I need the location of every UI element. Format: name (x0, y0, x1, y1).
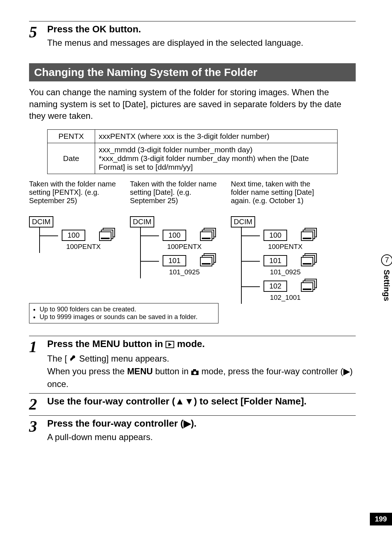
page-number: 199 (370, 513, 392, 525)
folder-row: 100 100PENTX (40, 227, 123, 253)
section-heading: Changing the Naming System of the Folder (29, 63, 356, 81)
step-3: 3 Press the four-way controller (▶). A p… (29, 418, 356, 443)
image-stack-icon (199, 227, 217, 243)
image-stack-icon (300, 227, 318, 243)
folder-row: 102 102_1001 (242, 278, 325, 304)
diagram-caption: Taken with the folder name setting [Date… (130, 180, 224, 213)
folder-name-label: 100PENTX (54, 243, 113, 251)
svg-rect-18 (301, 257, 313, 266)
svg-rect-15 (303, 238, 311, 239)
folder-name-label: 102_1001 (256, 294, 314, 302)
playback-mode-icon (166, 339, 174, 351)
table-cell-value: xxxPENTX (where xxx is the 3-digit folde… (95, 129, 338, 143)
svg-rect-11 (202, 263, 211, 265)
step-5-desc: The menus and messages are displayed in … (47, 37, 356, 49)
note-item: Up to 900 folders can be created. (40, 306, 215, 313)
dcim-box: DCIM (231, 216, 255, 227)
svg-rect-3 (101, 238, 110, 239)
camera-mode-icon (191, 367, 199, 378)
step-number: 3 (29, 418, 47, 435)
step-2-title: Use the four-way controller (▲▼) to sele… (47, 396, 356, 407)
image-stack-icon (98, 227, 116, 243)
folder-number-box: 100 (163, 230, 186, 241)
table-row: Date xxx_mmdd (3-digit folder number_mon… (48, 143, 338, 174)
step-number: 1 (29, 338, 47, 355)
note-item: Up to 9999 images or sounds can be saved… (40, 313, 215, 321)
folder-number-box: 100 (62, 230, 85, 241)
step-5: 5 Press the OK button. The menus and mes… (29, 24, 356, 49)
intro-paragraph: You can change the naming system of the … (29, 86, 356, 122)
svg-rect-2 (99, 232, 111, 241)
step-1-title: Press the MENU button in mode. (47, 338, 356, 351)
image-stack-icon (300, 278, 318, 294)
svg-rect-14 (301, 232, 313, 241)
folder-number-box: 101 (163, 255, 186, 266)
table-cell-key: PENTX (48, 129, 95, 143)
svg-rect-27 (193, 369, 196, 371)
step-3-desc: A pull-down menu appears. (47, 431, 356, 443)
folder-number-box: 101 (264, 255, 287, 266)
diagram-col-1: Taken with the folder name setting [PENT… (29, 180, 123, 304)
svg-point-28 (193, 371, 196, 374)
folder-diagrams: Taken with the folder name setting [PENT… (29, 180, 356, 304)
folder-row: 100 100PENTX (141, 227, 224, 253)
svg-rect-23 (303, 289, 311, 290)
folder-name-label: 100PENTX (256, 243, 314, 251)
step-2: 2 Use the four-way controller (▲▼) to se… (29, 396, 356, 412)
folder-name-label: 101_0925 (256, 268, 314, 276)
folder-row: 100 100PENTX (242, 227, 325, 253)
step-1-desc: The [ Setting] menu appears. When you pr… (47, 353, 356, 390)
diagram-caption: Taken with the folder name setting [PENT… (29, 180, 123, 213)
step-number: 2 (29, 396, 47, 412)
image-stack-icon (300, 253, 318, 268)
folder-name-label: 100PENTX (155, 243, 213, 251)
naming-table: PENTX xxxPENTX (where xxx is the 3-digit… (47, 129, 338, 174)
folder-name-label: 101_0925 (155, 268, 213, 276)
side-tab: 7 Settings (381, 254, 392, 301)
diagram-col-3: Next time, taken with the folder name se… (231, 180, 325, 304)
image-stack-icon (199, 253, 217, 268)
step-3-title: Press the four-way controller (▶). (47, 418, 356, 429)
svg-rect-6 (200, 232, 212, 241)
dcim-box: DCIM (29, 216, 53, 227)
svg-rect-22 (301, 283, 313, 291)
table-cell-key: Date (48, 143, 95, 174)
folder-number-box: 102 (264, 281, 287, 292)
chapter-number: 7 (381, 254, 392, 266)
chapter-label: Settings (382, 270, 391, 301)
svg-rect-19 (303, 263, 311, 265)
svg-rect-10 (200, 257, 212, 266)
table-cell-value: xxx_mmdd (3-digit folder number_month da… (95, 143, 338, 174)
step-number: 5 (29, 24, 47, 40)
step-5-title: Press the OK button. (47, 24, 356, 35)
svg-rect-7 (202, 238, 211, 239)
diagram-caption: Next time, taken with the folder name se… (231, 180, 325, 213)
dcim-box: DCIM (130, 216, 154, 227)
folder-number-box: 100 (264, 230, 287, 241)
table-row: PENTX xxxPENTX (where xxx is the 3-digit… (48, 129, 338, 143)
wrench-icon (69, 354, 77, 366)
folder-row: 101 101_0925 (242, 253, 325, 278)
folder-row: 101 101_0925 (141, 253, 224, 278)
step-1: 1 Press the MENU button in mode. The [ S… (29, 338, 356, 390)
notes-box: Up to 900 folders can be created. Up to … (29, 303, 219, 323)
diagram-col-2: Taken with the folder name setting [Date… (130, 180, 224, 304)
